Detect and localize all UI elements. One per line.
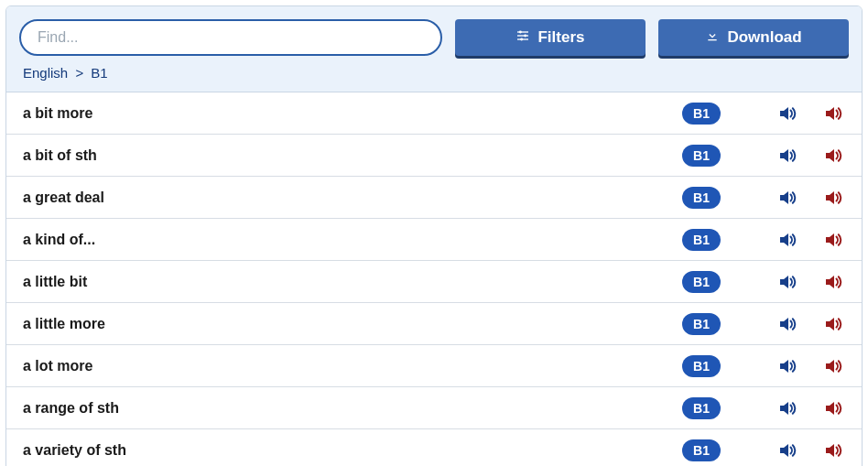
level-badge: B1 xyxy=(682,145,721,167)
speaker-icon[interactable] xyxy=(776,186,799,210)
list-item[interactable]: a little moreB1 xyxy=(6,303,862,345)
list-item[interactable]: a bit moreB1 xyxy=(6,92,862,135)
breadcrumb-item-0[interactable]: English xyxy=(23,65,68,81)
download-label: Download xyxy=(727,28,801,47)
speaker-icon[interactable] xyxy=(821,186,845,210)
speaker-icon[interactable] xyxy=(821,228,845,252)
svg-point-3 xyxy=(519,30,522,33)
speaker-icon[interactable] xyxy=(821,354,845,378)
speaker-icon[interactable] xyxy=(821,439,845,462)
term-text: a kind of... xyxy=(23,232,682,248)
term-text: a little more xyxy=(23,316,682,332)
term-text: a range of sth xyxy=(23,400,682,417)
level-badge: B1 xyxy=(682,103,721,125)
breadcrumb: English > B1 xyxy=(6,65,862,92)
speaker-icon[interactable] xyxy=(821,312,845,336)
level-badge: B1 xyxy=(682,313,721,335)
level-badge: B1 xyxy=(682,271,721,293)
list-item[interactable]: a little bitB1 xyxy=(6,261,862,303)
level-badge: B1 xyxy=(682,355,721,377)
sliders-icon xyxy=(515,28,530,48)
level-badge: B1 xyxy=(682,397,721,419)
list-item[interactable]: a bit of sthB1 xyxy=(6,135,862,177)
list-item[interactable]: a lot moreB1 xyxy=(6,345,862,387)
filters-button[interactable]: Filters xyxy=(455,19,646,56)
vocab-list: a bit moreB1a bit of sthB1a great dealB1… xyxy=(6,92,862,466)
breadcrumb-item-1[interactable]: B1 xyxy=(91,65,107,81)
filters-label: Filters xyxy=(537,28,584,47)
term-text: a bit more xyxy=(23,105,682,122)
chevron-right-icon: > xyxy=(75,65,83,81)
list-item[interactable]: a great dealB1 xyxy=(6,177,862,219)
term-text: a bit of sth xyxy=(23,147,682,164)
term-text: a great deal xyxy=(23,190,682,206)
svg-rect-6 xyxy=(709,39,717,40)
svg-point-5 xyxy=(521,38,524,40)
download-icon xyxy=(705,28,720,48)
speaker-icon[interactable] xyxy=(821,270,845,294)
list-item[interactable]: a variety of sthB1 xyxy=(6,429,862,466)
list-item[interactable]: a range of sthB1 xyxy=(6,387,862,429)
speaker-icon[interactable] xyxy=(821,144,845,168)
speaker-icon[interactable] xyxy=(776,312,799,336)
term-text: a variety of sth xyxy=(23,442,682,459)
toolbar: Filters Download xyxy=(6,6,862,65)
speaker-icon[interactable] xyxy=(776,396,799,420)
vocab-panel: Filters Download English > B1 a bit more… xyxy=(5,5,863,466)
svg-rect-0 xyxy=(517,31,528,32)
search-input[interactable] xyxy=(19,19,442,56)
term-text: a little bit xyxy=(23,274,682,290)
list-item[interactable]: a kind of...B1 xyxy=(6,219,862,261)
speaker-icon[interactable] xyxy=(776,102,799,125)
speaker-icon[interactable] xyxy=(776,228,799,252)
level-badge: B1 xyxy=(682,229,721,251)
speaker-icon[interactable] xyxy=(776,144,799,168)
level-badge: B1 xyxy=(682,187,721,209)
download-button[interactable]: Download xyxy=(658,19,849,56)
speaker-icon[interactable] xyxy=(776,270,799,294)
speaker-icon[interactable] xyxy=(776,354,799,378)
term-text: a lot more xyxy=(23,358,682,374)
speaker-icon[interactable] xyxy=(821,102,845,125)
svg-point-4 xyxy=(525,34,527,37)
svg-rect-1 xyxy=(517,35,528,36)
speaker-icon[interactable] xyxy=(821,396,845,420)
level-badge: B1 xyxy=(682,439,721,461)
speaker-icon[interactable] xyxy=(776,439,799,462)
